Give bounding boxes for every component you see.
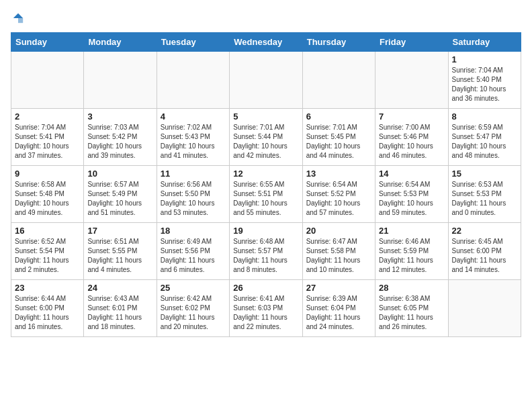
calendar-cell: 2Sunrise: 7:04 AM Sunset: 5:41 PM Daylig… (11, 109, 84, 166)
calendar-week-row: 23Sunrise: 6:44 AM Sunset: 6:00 PM Dayli… (11, 280, 521, 337)
day-info: Sunrise: 7:02 AM Sunset: 5:43 PM Dayligh… (161, 123, 226, 161)
svg-marker-0 (13, 13, 23, 18)
calendar-cell: 23Sunrise: 6:44 AM Sunset: 6:00 PM Dayli… (11, 280, 84, 337)
day-info: Sunrise: 6:41 AM Sunset: 6:03 PM Dayligh… (233, 294, 298, 332)
day-info: Sunrise: 7:01 AM Sunset: 5:44 PM Dayligh… (233, 123, 298, 161)
day-number: 7 (379, 111, 444, 122)
calendar-cell: 5Sunrise: 7:01 AM Sunset: 5:44 PM Daylig… (230, 109, 302, 166)
calendar-cell: 18Sunrise: 6:49 AM Sunset: 5:56 PM Dayli… (157, 223, 229, 280)
calendar-day-header: Tuesday (157, 33, 229, 52)
calendar-cell: 14Sunrise: 6:54 AM Sunset: 5:53 PM Dayli… (375, 166, 448, 223)
calendar-table: SundayMondayTuesdayWednesdayThursdayFrid… (11, 32, 521, 337)
logo-icon (12, 12, 24, 24)
day-info: Sunrise: 6:55 AM Sunset: 5:51 PM Dayligh… (233, 180, 298, 218)
day-info: Sunrise: 6:54 AM Sunset: 5:53 PM Dayligh… (379, 180, 444, 218)
day-number: 22 (452, 226, 517, 236)
calendar-cell: 10Sunrise: 6:57 AM Sunset: 5:49 PM Dayli… (84, 166, 157, 223)
calendar-cell (230, 52, 302, 109)
calendar-cell: 12Sunrise: 6:55 AM Sunset: 5:51 PM Dayli… (230, 166, 302, 223)
day-info: Sunrise: 7:00 AM Sunset: 5:46 PM Dayligh… (379, 123, 444, 161)
day-info: Sunrise: 6:56 AM Sunset: 5:50 PM Dayligh… (161, 180, 226, 218)
day-info: Sunrise: 6:49 AM Sunset: 5:56 PM Dayligh… (161, 237, 226, 275)
day-number: 13 (306, 169, 371, 179)
day-number: 12 (233, 169, 298, 179)
day-info: Sunrise: 6:42 AM Sunset: 6:02 PM Dayligh… (161, 294, 226, 332)
day-number: 18 (161, 226, 226, 236)
day-number: 24 (87, 283, 152, 293)
calendar-cell: 22Sunrise: 6:45 AM Sunset: 6:00 PM Dayli… (448, 223, 521, 280)
calendar-cell: 24Sunrise: 6:43 AM Sunset: 6:01 PM Dayli… (84, 280, 157, 337)
logo (11, 11, 24, 26)
calendar-week-row: 9Sunrise: 6:58 AM Sunset: 5:48 PM Daylig… (11, 166, 521, 223)
day-info: Sunrise: 6:44 AM Sunset: 6:00 PM Dayligh… (15, 294, 80, 332)
calendar-cell: 3Sunrise: 7:03 AM Sunset: 5:42 PM Daylig… (84, 109, 157, 166)
day-number: 4 (161, 111, 226, 122)
svg-marker-1 (18, 18, 23, 23)
day-number: 23 (15, 283, 80, 293)
day-number: 16 (15, 226, 80, 236)
calendar-day-header: Thursday (302, 33, 375, 52)
day-number: 11 (161, 169, 226, 179)
day-info: Sunrise: 6:46 AM Sunset: 5:59 PM Dayligh… (379, 237, 444, 275)
day-number: 2 (15, 111, 80, 122)
calendar-day-header: Friday (375, 33, 448, 52)
calendar-cell: 19Sunrise: 6:48 AM Sunset: 5:57 PM Dayli… (230, 223, 302, 280)
calendar-day-header: Wednesday (230, 33, 302, 52)
calendar-cell (11, 52, 84, 109)
day-info: Sunrise: 6:45 AM Sunset: 6:00 PM Dayligh… (452, 237, 517, 275)
calendar-day-header: Saturday (448, 33, 521, 52)
calendar-week-row: 16Sunrise: 6:52 AM Sunset: 5:54 PM Dayli… (11, 223, 521, 280)
calendar-cell: 17Sunrise: 6:51 AM Sunset: 5:55 PM Dayli… (84, 223, 157, 280)
day-number: 27 (306, 283, 371, 293)
day-number: 17 (87, 226, 152, 236)
calendar-cell: 13Sunrise: 6:54 AM Sunset: 5:52 PM Dayli… (302, 166, 375, 223)
day-info: Sunrise: 7:04 AM Sunset: 5:41 PM Dayligh… (15, 123, 80, 161)
day-info: Sunrise: 6:51 AM Sunset: 5:55 PM Dayligh… (87, 237, 152, 275)
day-info: Sunrise: 6:43 AM Sunset: 6:01 PM Dayligh… (87, 294, 152, 332)
calendar-cell: 9Sunrise: 6:58 AM Sunset: 5:48 PM Daylig… (11, 166, 84, 223)
day-number: 25 (161, 283, 226, 293)
day-info: Sunrise: 6:39 AM Sunset: 6:04 PM Dayligh… (306, 294, 371, 332)
day-number: 19 (233, 226, 298, 236)
day-info: Sunrise: 6:48 AM Sunset: 5:57 PM Dayligh… (233, 237, 298, 275)
day-info: Sunrise: 7:03 AM Sunset: 5:42 PM Dayligh… (87, 123, 152, 161)
day-number: 26 (233, 283, 298, 293)
calendar-cell: 27Sunrise: 6:39 AM Sunset: 6:04 PM Dayli… (302, 280, 375, 337)
calendar-cell: 6Sunrise: 7:01 AM Sunset: 5:45 PM Daylig… (302, 109, 375, 166)
calendar-cell: 4Sunrise: 7:02 AM Sunset: 5:43 PM Daylig… (157, 109, 229, 166)
day-info: Sunrise: 6:58 AM Sunset: 5:48 PM Dayligh… (15, 180, 80, 218)
day-info: Sunrise: 6:52 AM Sunset: 5:54 PM Dayligh… (15, 237, 80, 275)
day-number: 3 (87, 111, 152, 122)
calendar-cell (157, 52, 229, 109)
page-header (11, 11, 521, 26)
day-number: 21 (379, 226, 444, 236)
calendar-cell: 11Sunrise: 6:56 AM Sunset: 5:50 PM Dayli… (157, 166, 229, 223)
day-number: 28 (379, 283, 444, 293)
day-number: 1 (452, 54, 517, 64)
day-info: Sunrise: 7:04 AM Sunset: 5:40 PM Dayligh… (452, 66, 517, 103)
day-info: Sunrise: 6:54 AM Sunset: 5:52 PM Dayligh… (306, 180, 371, 218)
calendar-cell: 25Sunrise: 6:42 AM Sunset: 6:02 PM Dayli… (157, 280, 229, 337)
calendar-cell: 7Sunrise: 7:00 AM Sunset: 5:46 PM Daylig… (375, 109, 448, 166)
calendar-cell (448, 280, 521, 337)
day-info: Sunrise: 6:57 AM Sunset: 5:49 PM Dayligh… (87, 180, 152, 218)
day-number: 9 (15, 169, 80, 179)
day-number: 6 (306, 111, 371, 122)
calendar-cell (84, 52, 157, 109)
day-number: 8 (452, 111, 517, 122)
day-number: 20 (306, 226, 371, 236)
day-number: 14 (379, 169, 444, 179)
calendar-cell: 1Sunrise: 7:04 AM Sunset: 5:40 PM Daylig… (448, 52, 521, 109)
calendar-week-row: 2Sunrise: 7:04 AM Sunset: 5:41 PM Daylig… (11, 109, 521, 166)
day-info: Sunrise: 6:47 AM Sunset: 5:58 PM Dayligh… (306, 237, 371, 275)
calendar-week-row: 1Sunrise: 7:04 AM Sunset: 5:40 PM Daylig… (11, 52, 521, 109)
calendar-day-header: Sunday (11, 33, 84, 52)
day-number: 10 (87, 169, 152, 179)
day-info: Sunrise: 6:38 AM Sunset: 6:05 PM Dayligh… (379, 294, 444, 332)
calendar-cell: 16Sunrise: 6:52 AM Sunset: 5:54 PM Dayli… (11, 223, 84, 280)
calendar-cell: 15Sunrise: 6:53 AM Sunset: 5:53 PM Dayli… (448, 166, 521, 223)
calendar-cell: 21Sunrise: 6:46 AM Sunset: 5:59 PM Dayli… (375, 223, 448, 280)
calendar-cell: 28Sunrise: 6:38 AM Sunset: 6:05 PM Dayli… (375, 280, 448, 337)
day-info: Sunrise: 6:59 AM Sunset: 5:47 PM Dayligh… (452, 123, 517, 161)
day-number: 15 (452, 169, 517, 179)
